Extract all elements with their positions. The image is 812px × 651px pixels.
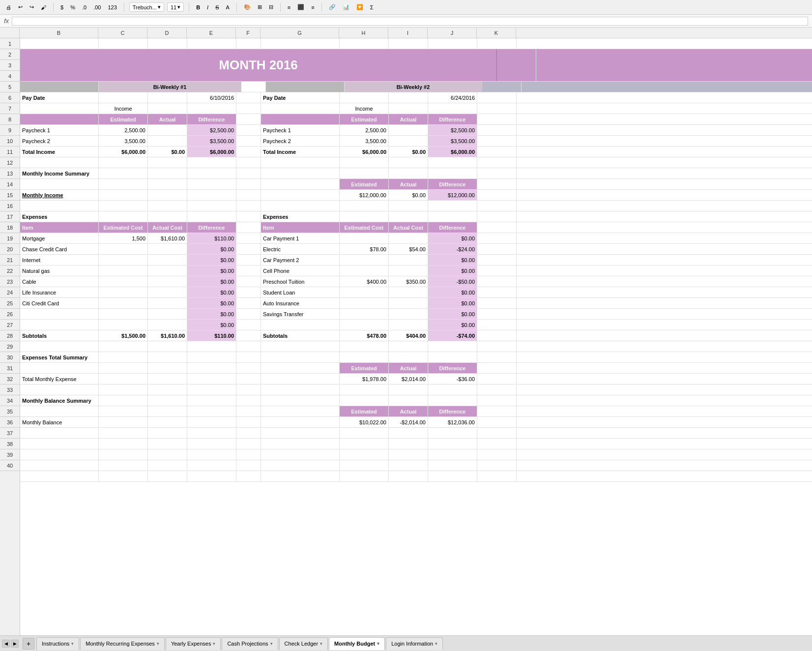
row-33[interactable]: 33 [0, 385, 20, 395]
cell-c25[interactable] [99, 309, 148, 319]
cell-e9[interactable]: $3,500.00 [187, 136, 236, 146]
cell-b31[interactable]: Total Monthly Expense [20, 374, 99, 384]
cell-h16[interactable] [340, 211, 389, 222]
cell-e34[interactable] [187, 406, 236, 416]
cell-c13[interactable] [99, 179, 148, 189]
cell-b23[interactable]: Life Insurance [20, 287, 99, 297]
cell-h26[interactable] [340, 320, 389, 330]
cell-j16[interactable] [428, 211, 477, 222]
cell-e8[interactable]: $2,500.00 [187, 125, 236, 135]
cell-f24[interactable] [236, 298, 261, 308]
cell-g7[interactable] [261, 114, 340, 124]
cell-e30[interactable] [187, 363, 236, 373]
tab-cash-projections[interactable]: Cash Projections ▾ [222, 637, 278, 650]
cell-b35[interactable]: Monthly Balance [20, 417, 99, 427]
cell-i23[interactable] [389, 287, 428, 297]
cell-f11[interactable] [236, 157, 261, 168]
cell-j35[interactable]: $12,036.00 [428, 417, 477, 427]
redo-btn[interactable]: ↪ [28, 3, 36, 11]
cell-c19[interactable] [99, 244, 148, 254]
cell-h18[interactable] [340, 233, 389, 243]
cell-e35[interactable] [187, 417, 236, 427]
cell-k20[interactable] [477, 255, 517, 265]
cell-i20[interactable] [389, 255, 428, 265]
tab-yearly-expenses[interactable]: Yearly Expenses ▾ [166, 637, 221, 650]
cell-b9[interactable]: Paycheck 2 [20, 136, 99, 146]
cell-g23[interactable]: Student Loan [261, 287, 340, 297]
cell-e27[interactable]: $110.00 [187, 330, 236, 341]
col-header-j[interactable]: J [428, 28, 477, 38]
cell-j28[interactable] [428, 341, 477, 352]
cell-j9[interactable]: $3,500.00 [428, 136, 477, 146]
cell-k4[interactable] [482, 82, 522, 92]
cell-b22[interactable]: Cable [20, 276, 99, 287]
cell-i1[interactable] [389, 38, 428, 49]
cell-d22[interactable] [148, 276, 187, 287]
cell-f20[interactable] [236, 255, 261, 265]
cell-k22[interactable] [477, 276, 517, 287]
cell-c31[interactable] [99, 374, 148, 384]
row-31[interactable]: 31 [0, 363, 20, 374]
cell-d18[interactable]: $1,610.00 [148, 233, 187, 243]
cell-f27[interactable] [236, 330, 261, 341]
cell-d9[interactable] [148, 136, 187, 146]
align-left-btn[interactable]: ≡ [286, 3, 292, 11]
cell-b13[interactable] [20, 179, 99, 189]
cell-d15[interactable] [148, 201, 187, 211]
cell-e20[interactable]: $0.00 [187, 255, 236, 265]
cell-k9[interactable] [477, 136, 517, 146]
cell-j32[interactable] [428, 385, 477, 395]
cell-k7[interactable] [477, 114, 517, 124]
row-24[interactable]: 24 [0, 287, 20, 298]
cell-d31[interactable] [148, 374, 187, 384]
cell-d19[interactable] [148, 244, 187, 254]
cell-g8[interactable]: Paycheck 1 [261, 125, 340, 135]
cell-k15[interactable] [477, 201, 517, 211]
row-18[interactable]: 18 [0, 222, 20, 233]
cell-g13[interactable] [261, 179, 340, 189]
cell-j8[interactable]: $2,500.00 [428, 125, 477, 135]
row-12[interactable]: 12 [0, 157, 20, 168]
tab-monthly-recurring[interactable]: Monthly Recurring Expenses ▾ [80, 637, 165, 650]
italic-btn[interactable]: I [205, 3, 210, 11]
cell-g19[interactable]: Electric [261, 244, 340, 254]
cell-g35[interactable] [261, 417, 340, 427]
cell-c30[interactable] [99, 363, 148, 373]
cell-h14[interactable]: $12,000.00 [340, 190, 389, 200]
cell-b24[interactable]: Citi Credit Card [20, 298, 99, 308]
cell-c33[interactable] [99, 395, 148, 406]
cell-i6[interactable] [389, 103, 428, 114]
cell-i27[interactable]: $404.00 [389, 330, 428, 341]
cell-j25[interactable]: $0.00 [428, 309, 477, 319]
row-36[interactable]: 36 [0, 417, 20, 428]
cell-j11[interactable] [428, 157, 477, 168]
row-11[interactable]: 11 [0, 147, 20, 157]
cell-d33[interactable] [148, 395, 187, 406]
cell-g22[interactable]: Preschool Tuition [261, 276, 340, 287]
cell-d34[interactable] [148, 406, 187, 416]
cell-k19[interactable] [477, 244, 517, 254]
cell-b8[interactable]: Paycheck 1 [20, 125, 99, 135]
cell-d10[interactable]: $0.00 [148, 147, 187, 157]
cell-j19[interactable]: -$24.00 [428, 244, 477, 254]
cell-f25[interactable] [236, 309, 261, 319]
cell-c34[interactable] [99, 406, 148, 416]
cell-k24[interactable] [477, 298, 517, 308]
cell-h25[interactable] [340, 309, 389, 319]
cell-g32[interactable] [261, 385, 340, 395]
row-23[interactable]: 23 [0, 276, 20, 287]
cell-k29[interactable] [477, 352, 517, 362]
cell-k21[interactable] [477, 266, 517, 276]
cell-d1[interactable] [148, 38, 187, 49]
row-28[interactable]: 28 [0, 330, 20, 341]
cell-h9[interactable]: 3,500.00 [340, 136, 389, 146]
cell-k2[interactable] [497, 49, 536, 81]
cell-f30[interactable] [236, 363, 261, 373]
cell-i14[interactable]: $0.00 [389, 190, 428, 200]
cell-b19[interactable]: Chase Credit Card [20, 244, 99, 254]
cell-f15[interactable] [236, 201, 261, 211]
cell-f9[interactable] [236, 136, 261, 146]
cell-h15[interactable] [340, 201, 389, 211]
cell-k16[interactable] [477, 211, 517, 222]
cell-f28[interactable] [236, 341, 261, 352]
